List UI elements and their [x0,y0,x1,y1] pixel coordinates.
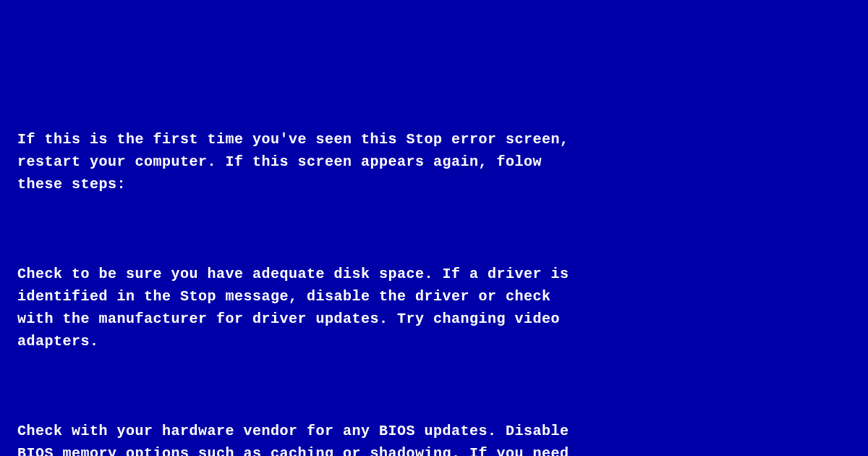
bsod-instructions-diskspace: Check to be sure you have adequate disk … [17,263,851,352]
blank-line [17,218,851,240]
blank-line [17,375,851,397]
bsod-instructions-first: If this is the first time you've seen th… [17,128,851,195]
bsod-screen: If this is the first time you've seen th… [17,106,851,456]
bsod-instructions-bios: Check with your hardware vendor for any … [17,420,851,456]
